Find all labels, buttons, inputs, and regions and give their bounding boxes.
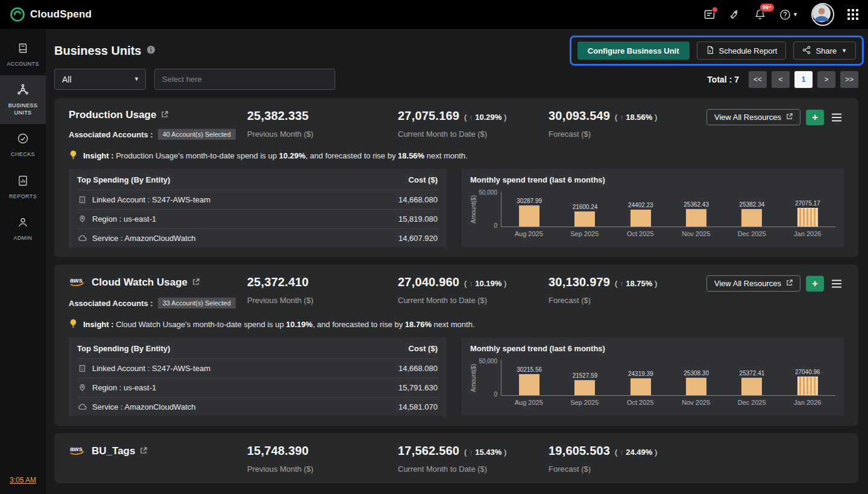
card-menu-icon[interactable] xyxy=(829,111,844,124)
bar-value-label: 25308.30 xyxy=(684,370,709,377)
add-button[interactable]: + xyxy=(806,110,824,125)
help-menu[interactable]: ▼ xyxy=(779,9,798,20)
sidebar-item-admin[interactable]: ADMIN xyxy=(0,208,46,249)
configure-business-unit-button[interactable]: Configure Business Unit xyxy=(577,42,690,60)
chevron-down-icon: ▼ xyxy=(793,12,798,17)
spending-row: Linked Account : S247-AWS-team14,668.080 xyxy=(77,190,438,209)
bar-value-label: 25362.43 xyxy=(684,201,709,208)
external-link-icon[interactable] xyxy=(161,110,168,120)
business-unit-search-input[interactable] xyxy=(154,69,335,90)
linked-account-icon xyxy=(77,364,87,372)
metrics: 25,382.335Previous Month ($)27,075.169( … xyxy=(247,109,706,139)
view-all-resources-button[interactable]: View All Resources xyxy=(706,109,800,125)
sidebar-item-business-units[interactable]: BUSINESS UNITS xyxy=(0,75,46,124)
bar-column: 27075.17 xyxy=(780,200,835,227)
card-actions: View All Resources + xyxy=(706,109,844,125)
trend-bar[interactable] xyxy=(686,209,706,227)
notifications-bell-icon[interactable]: 99+ xyxy=(754,8,766,20)
trend-bar[interactable] xyxy=(797,377,818,395)
trend-bar[interactable] xyxy=(741,378,762,395)
metric-value: 27,075.169 xyxy=(398,109,459,123)
trend-bar[interactable] xyxy=(797,208,818,227)
aws-logo-icon: aws xyxy=(69,275,87,290)
pagination-prev-button[interactable]: < xyxy=(772,71,790,88)
main-content: Business Units Configure Business Unit xyxy=(46,29,868,494)
external-link-icon[interactable] xyxy=(192,277,200,288)
schedule-report-button[interactable]: Schedule Report xyxy=(697,42,787,60)
pagination-first-button[interactable]: << xyxy=(749,71,767,88)
bar-value-label: 24402.23 xyxy=(628,202,653,208)
pagination-page-1-button[interactable]: 1 xyxy=(794,71,813,88)
accounts-icon xyxy=(17,42,29,57)
view-all-resources-button[interactable]: View All Resources xyxy=(706,275,800,292)
feedback-icon[interactable] xyxy=(703,8,715,20)
metric-value: 19,605.503 xyxy=(549,444,610,458)
trend-bar[interactable] xyxy=(741,209,762,227)
metric-label: Previous Month ($) xyxy=(247,296,398,305)
trend-bar[interactable] xyxy=(574,380,595,395)
top-spending-panel: Top Spending (By Entity) Cost ($) Linked… xyxy=(69,169,446,248)
card-menu-icon[interactable] xyxy=(829,278,844,290)
business-unit-name[interactable]: Production Usage xyxy=(69,109,156,121)
y-tick-label: 50,000 xyxy=(479,358,497,364)
pagination-next-button[interactable]: > xyxy=(817,71,835,88)
chart-title: Monthly spend trend (last 6 months) xyxy=(470,344,605,353)
top-spending-title: Top Spending (By Entity) xyxy=(77,175,170,184)
trend-bar[interactable] xyxy=(519,374,539,395)
rocket-icon[interactable] xyxy=(729,8,741,20)
bar-column: 30215.56 xyxy=(502,366,557,395)
sidebar-label: ADMIN xyxy=(14,235,33,242)
add-button[interactable]: + xyxy=(806,276,824,292)
share-button[interactable]: Share ▼ xyxy=(793,42,856,60)
y-axis-label: Amount($) xyxy=(470,364,477,392)
trend-bar[interactable] xyxy=(631,378,651,395)
y-tick-label: 0 xyxy=(494,391,497,398)
sidebar-item-accounts[interactable]: ACCOUNTS xyxy=(0,34,46,75)
business-unit-name[interactable]: BU_Tags xyxy=(92,445,135,457)
apps-grid-icon[interactable] xyxy=(848,9,858,20)
trend-bar[interactable] xyxy=(686,378,706,395)
spending-entity-label: Region : us-east-1 xyxy=(92,214,156,224)
spending-row: Region : us-east-115,791.630 xyxy=(77,378,438,397)
metric-delta: ( ↑ 15.43% ) xyxy=(464,448,506,457)
bar-value-label: 25382.34 xyxy=(740,201,765,208)
external-link-icon xyxy=(786,279,793,288)
business-unit-card: aws Cloud Watch Usage Associated Account… xyxy=(54,264,858,426)
metric-label: Current Month to Date ($) xyxy=(398,296,549,305)
metric: 17,562.560( ↑ 15.43% )Current Month to D… xyxy=(398,444,549,474)
cards-list: Production Usage Associated Accounts : 4… xyxy=(54,98,858,483)
sidebar-item-reports[interactable]: REPORTS xyxy=(0,166,46,208)
time-link[interactable]: 3:05 AM xyxy=(10,476,36,484)
bar-value-label: 30215.56 xyxy=(517,366,542,373)
trend-bar[interactable] xyxy=(574,211,595,227)
spending-row: Linked Account : S247-AWS-team14,668.080 xyxy=(77,358,438,378)
metric-value: 17,562.560 xyxy=(398,444,459,458)
business-unit-name[interactable]: Cloud Watch Usage xyxy=(92,277,187,289)
metric: 19,605.503( ↑ 24.49% )Forecast ($) xyxy=(549,444,699,474)
insight-text: Insight : Production Usage's month-to-da… xyxy=(83,151,468,160)
trend-bar[interactable] xyxy=(631,210,651,227)
x-tick-label: Nov 2025 xyxy=(668,230,725,237)
trend-bar[interactable] xyxy=(519,205,539,227)
info-icon[interactable] xyxy=(146,45,156,57)
pagination-last-button[interactable]: >> xyxy=(840,71,858,88)
metrics: 15,748.390Previous Month ($)17,562.560( … xyxy=(247,444,844,474)
chart-area: Amount($)50,000030287.9921600.2424402.23… xyxy=(470,192,835,237)
topbar: CloudSpend 99+ xyxy=(0,0,868,29)
card-header-row: aws BU_Tags 15,748.390Previous Month ($)… xyxy=(69,444,844,474)
sidebar-label: BUSINESS UNITS xyxy=(5,102,40,116)
user-avatar[interactable] xyxy=(811,3,834,26)
sidebar-item-checks[interactable]: CHECKS xyxy=(0,124,46,166)
external-link-icon[interactable] xyxy=(140,446,147,457)
bar-value-label: 30287.99 xyxy=(517,198,542,204)
metric-label: Forecast ($) xyxy=(549,130,699,139)
bar-value-label: 21600.24 xyxy=(573,204,598,210)
spending-entity-label: Service : AmazonCloudWatch xyxy=(92,234,195,243)
chart-title: Monthly spend trend (last 6 months) xyxy=(470,175,605,184)
brand[interactable]: CloudSpend xyxy=(10,7,92,22)
type-filter-dropdown[interactable]: All ▼ xyxy=(54,69,146,90)
bar-column: 25308.30 xyxy=(668,370,724,395)
spending-entity-label: Linked Account : S247-AWS-team xyxy=(92,195,210,204)
external-link-icon xyxy=(786,113,793,122)
business-unit-card: Production Usage Associated Accounts : 4… xyxy=(54,98,858,257)
